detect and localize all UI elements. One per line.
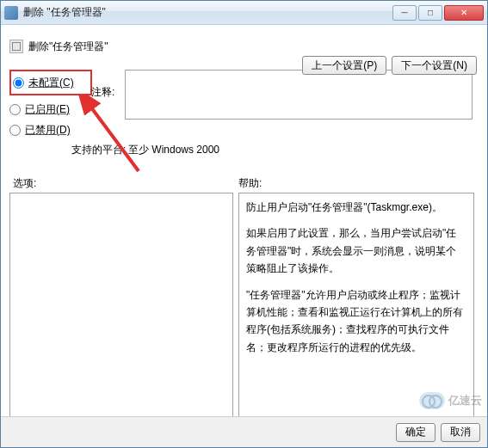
window-controls: ─ □ ✕ bbox=[392, 5, 484, 21]
cancel-label: 取消 bbox=[450, 425, 471, 439]
radio-enabled[interactable]: 已启用(E) bbox=[9, 99, 104, 120]
options-pane bbox=[9, 193, 233, 420]
radio-column: 未配置(C) 已启用(E) 已禁用(D) bbox=[9, 70, 104, 140]
next-label: 下一个设置(N) bbox=[401, 58, 467, 73]
highlight-box: 未配置(C) bbox=[9, 70, 92, 95]
dialog-window: 删除 "任务管理器" ─ □ ✕ 删除"任务管理器" 上一个设置(P) 下一个设… bbox=[0, 0, 488, 448]
bottom-bar: 确定 取消 bbox=[1, 416, 487, 447]
radio-disabled-input[interactable] bbox=[9, 125, 21, 136]
panes: 防止用户启动"任务管理器"(Taskmgr.exe)。 如果启用了此设置，那么，… bbox=[9, 193, 479, 420]
maximize-button[interactable]: □ bbox=[418, 5, 442, 21]
prev-label: 上一个设置(P) bbox=[312, 58, 377, 73]
policy-icon bbox=[9, 40, 23, 53]
help-p1: 防止用户启动"任务管理器"(Taskmgr.exe)。 bbox=[246, 199, 466, 216]
radio-not-configured-input[interactable] bbox=[13, 77, 24, 89]
titlebar[interactable]: 删除 "任务管理器" ─ □ ✕ bbox=[1, 1, 487, 25]
help-pane: 防止用户启动"任务管理器"(Taskmgr.exe)。 如果启用了此设置，那么，… bbox=[238, 193, 474, 420]
watermark-text: 亿速云 bbox=[448, 393, 482, 408]
watermark-icon bbox=[419, 392, 445, 409]
section-labels: 选项: 帮助: bbox=[9, 176, 479, 191]
radio-enabled-label: 已启用(E) bbox=[25, 102, 70, 117]
next-setting-button[interactable]: 下一个设置(N) bbox=[392, 56, 477, 75]
app-icon bbox=[4, 6, 18, 20]
header-text: 删除"任务管理器" bbox=[28, 40, 108, 54]
config-area: 未配置(C) 已启用(E) 已禁用(D) bbox=[9, 70, 479, 140]
help-label: 帮助: bbox=[238, 176, 262, 191]
radio-enabled-input[interactable] bbox=[9, 104, 21, 115]
radio-not-configured-label: 未配置(C) bbox=[28, 76, 74, 90]
help-p2: 如果启用了此设置，那么，当用户尝试启动"任务管理器"时，系统会显示一则消息，说明… bbox=[246, 224, 466, 277]
ok-label: 确定 bbox=[405, 425, 426, 439]
nav-buttons: 上一个设置(P) 下一个设置(N) bbox=[302, 56, 477, 75]
comment-textarea[interactable] bbox=[125, 70, 473, 120]
window-title: 删除 "任务管理器" bbox=[23, 5, 392, 20]
radio-not-configured[interactable]: 未配置(C) bbox=[13, 72, 89, 93]
prev-setting-button[interactable]: 上一个设置(P) bbox=[302, 56, 386, 75]
ok-button[interactable]: 确定 bbox=[396, 423, 435, 442]
cancel-button[interactable]: 取消 bbox=[441, 423, 480, 442]
watermark: 亿速云 bbox=[419, 392, 482, 409]
content-area: 删除"任务管理器" 上一个设置(P) 下一个设置(N) 未配置(C) 已启用(E… bbox=[1, 25, 487, 427]
comment-label: 注释: bbox=[91, 85, 114, 100]
help-p3: "任务管理器"允许用户启动或终止程序；监视计算机性能；查看和监视正运行在计算机上… bbox=[246, 286, 466, 357]
options-label: 选项: bbox=[9, 176, 238, 191]
radio-disabled-label: 已禁用(D) bbox=[25, 123, 71, 138]
radio-disabled[interactable]: 已禁用(D) bbox=[9, 120, 104, 140]
platform-value: 至少 Windows 2000 bbox=[128, 143, 219, 157]
close-button[interactable]: ✕ bbox=[444, 5, 484, 21]
platform-label: 支持的平台: bbox=[71, 143, 126, 157]
minimize-button[interactable]: ─ bbox=[392, 5, 417, 21]
